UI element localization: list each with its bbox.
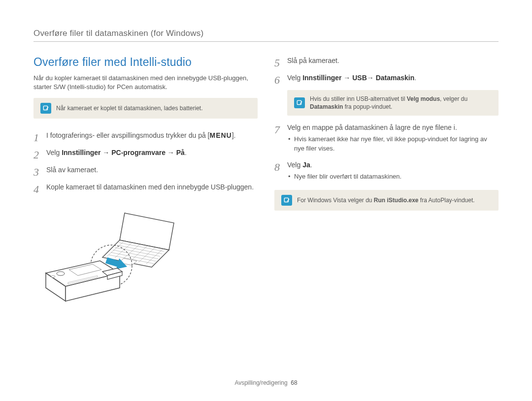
intro-text: Når du kopler kameraet til datamaskinen …: [33, 74, 258, 91]
step-1: I fotograferings- eller avspillingsmodus…: [33, 130, 258, 141]
note2-b: Run iStudio.exe: [374, 197, 419, 204]
right-column: Slå på kameraet. Velg Innstillinger → US…: [274, 56, 499, 309]
note1-b2: Datamaskin: [310, 103, 343, 110]
illustration-camera-laptop: [33, 209, 186, 308]
note1-post: fra popup-vinduet.: [343, 103, 392, 110]
step-5: Slå på kameraet.: [274, 56, 499, 66]
note-vista: For Windows Vista velger du Run iStudio.…: [274, 190, 499, 211]
step-1-pre: I fotograferings- eller avspillingsmodus…: [46, 131, 209, 139]
note1-pre: Hvis du stiller inn USB-alternativet til: [310, 95, 407, 102]
step-8-pre: Velg: [287, 161, 302, 169]
step-2-post: .: [185, 149, 187, 156]
note-battery: Når kameraet er koplet til datamaskinen,…: [33, 98, 258, 119]
step-6: Velg Innstillinger → USB→ Datamaskin. Hv…: [274, 73, 499, 116]
header-path: Overføre filer til datamaskinen (for Win…: [33, 29, 499, 42]
step-8: Velg Ja. Nye filer blir overført til dat…: [274, 160, 499, 181]
page-footer: Avspilling/redigering 68: [0, 379, 532, 386]
note-icon: [40, 103, 51, 114]
step-6-pre: Velg: [287, 74, 302, 82]
main-columns: Overføre filer med Intelli-studio Når du…: [33, 56, 499, 309]
footer-section: Avspilling/redigering: [234, 379, 287, 386]
step-4: Kople kameraet til datamaskinen med den …: [33, 182, 258, 192]
menu-label: MENU: [209, 131, 232, 139]
svg-rect-28: [297, 101, 301, 105]
note-text: Når kameraet er koplet til datamaskinen,…: [56, 104, 202, 112]
step-1-post: ].: [232, 131, 236, 139]
note-icon: [294, 97, 305, 108]
steps-left: I fotograferings- eller avspillingsmodus…: [33, 130, 258, 192]
step-7-text: Velg en mappe på datamaskinen å lagre de…: [287, 123, 457, 131]
steps-right: Slå på kameraet. Velg Innstillinger → US…: [274, 56, 499, 181]
step-2-pre: Velg: [46, 149, 62, 156]
step-2-bold: Innstillinger → PC-programvare → På: [62, 149, 185, 156]
step-6-post: .: [414, 74, 416, 82]
note-text: Hvis du stiller inn USB-alternativet til…: [310, 95, 492, 111]
footer-page-number: 68: [291, 379, 297, 386]
step-8-bold: Ja: [302, 161, 310, 169]
step-8-post: .: [310, 161, 312, 169]
step-7-sub-item: Hvis kameraet ikke har nye filer, vil ik…: [287, 135, 499, 153]
note2-pre: For Windows Vista velger du: [297, 197, 374, 204]
step-8-sub: Nye filer blir overført til datamaskinen…: [287, 172, 499, 181]
step-3: Slå av kameraet.: [33, 165, 258, 175]
svg-rect-29: [284, 198, 288, 202]
note1-mid: , velger du: [440, 95, 467, 102]
step-6-bold: Innstillinger → USB→ Datamaskin: [302, 74, 414, 82]
step-8-sub-item: Nye filer blir overført til datamaskinen…: [287, 172, 499, 181]
note-text: For Windows Vista velger du Run iStudio.…: [297, 196, 475, 204]
svg-rect-0: [43, 106, 47, 110]
step-7: Velg en mappe på datamaskinen å lagre de…: [274, 123, 499, 153]
svg-point-24: [57, 272, 65, 276]
note1-b1: Velg modus: [407, 95, 440, 102]
svg-point-26: [51, 276, 55, 278]
note-usb-mode: Hvis du stiller inn USB-alternativet til…: [287, 90, 499, 116]
note-icon: [281, 195, 292, 206]
step-2: Velg Innstillinger → PC-programvare → På…: [33, 148, 258, 158]
note2-post: fra AutoPlay-vinduet.: [419, 197, 475, 204]
step-7-sub: Hvis kameraet ikke har nye filer, vil ik…: [287, 135, 499, 153]
section-title: Overføre filer med Intelli-studio: [33, 56, 258, 69]
left-column: Overføre filer med Intelli-studio Når du…: [33, 56, 258, 309]
